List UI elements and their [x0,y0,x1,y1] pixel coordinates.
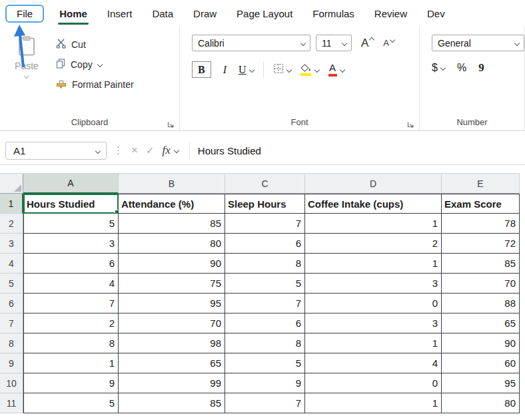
cell-D2[interactable]: 1 [305,214,442,234]
cell-A4[interactable]: 6 [23,254,119,274]
paste-dropdown-chevron-icon[interactable] [24,73,29,79]
tab-data[interactable]: Data [143,5,182,23]
cell-A9[interactable]: 1 [23,353,119,373]
row-header-1[interactable]: 1 [0,194,23,214]
cell-B9[interactable]: 65 [119,353,225,373]
cut-button[interactable]: Cut [56,39,134,51]
cell-E2[interactable]: 78 [442,214,520,234]
font-size-combobox[interactable]: 11 [316,35,352,51]
number-format-combobox[interactable]: General [432,35,524,51]
select-all-corner[interactable] [0,174,23,194]
percent-style-button[interactable]: % [457,62,466,74]
tab-draw[interactable]: Draw [185,5,225,23]
cell-C1[interactable]: Sleep Hours [225,194,305,214]
cell-C6[interactable]: 7 [225,294,305,314]
cell-A3[interactable]: 3 [23,234,119,254]
tab-review[interactable]: Review [366,5,416,23]
cell-E10[interactable]: 95 [442,373,520,393]
clipboard-dialog-launcher[interactable] [167,119,175,127]
cell-D3[interactable]: 2 [305,234,442,254]
cell-B8[interactable]: 98 [119,333,225,353]
cell-E11[interactable]: 80 [442,393,520,413]
cell-E7[interactable]: 65 [442,314,520,333]
cell-D1[interactable]: Coffee Intake (cups) [305,194,442,214]
cell-B10[interactable]: 99 [119,373,225,393]
cell-B5[interactable]: 75 [119,274,225,294]
cell-C9[interactable]: 5 [225,353,305,373]
column-header-B[interactable]: B [119,174,225,194]
paste-button[interactable]: Paste [5,32,48,91]
cell-E4[interactable]: 85 [442,254,520,274]
cell-D10[interactable]: 0 [305,373,442,393]
formula-bar-input[interactable]: Hours Studied [198,145,261,156]
cell-D11[interactable]: 1 [305,393,442,413]
underline-button[interactable]: U [239,64,254,76]
cell-A2[interactable]: 5 [23,214,119,234]
column-header-E[interactable]: E [442,174,520,194]
font-color-button[interactable]: A [328,63,344,77]
cell-A7[interactable]: 2 [23,314,119,333]
cell-E6[interactable]: 88 [442,294,520,314]
cell-B1[interactable]: Attendance (%) [119,194,225,214]
cell-A8[interactable]: 8 [23,333,119,353]
tab-formulas[interactable]: Formulas [304,5,363,23]
cell-E3[interactable]: 72 [442,234,520,254]
fill-color-button[interactable] [300,64,319,76]
tab-insert[interactable]: Insert [99,5,141,23]
format-painter-button[interactable]: Format Painter [56,79,134,91]
italic-button[interactable]: I [221,64,229,76]
copy-button[interactable]: Copy [56,59,134,71]
column-header-D[interactable]: D [305,174,442,194]
tab-page-layout[interactable]: Page Layout [228,5,301,23]
row-header-2[interactable]: 2 [0,214,23,234]
cell-A1[interactable]: Hours Studied [23,194,119,214]
bold-button[interactable]: B [192,61,211,78]
name-box[interactable]: A1 [5,142,107,160]
cancel-icon[interactable]: × [127,144,142,157]
cell-A10[interactable]: 9 [23,373,119,393]
tab-dev[interactable]: Dev [418,5,454,23]
enter-icon[interactable]: ✓ [142,144,159,156]
row-header-6[interactable]: 6 [0,294,23,314]
copy-dropdown-chevron-icon[interactable] [97,62,102,67]
cell-E5[interactable]: 70 [442,274,520,294]
cell-B11[interactable]: 85 [119,393,225,413]
cell-C10[interactable]: 9 [225,373,305,393]
comma-style-icon[interactable]: 9 [478,61,484,75]
row-header-4[interactable]: 4 [0,254,23,274]
cell-B6[interactable]: 95 [119,294,225,314]
decrease-font-size-button[interactable]: A [383,37,394,49]
row-header-3[interactable]: 3 [0,234,23,254]
cell-B7[interactable]: 70 [119,314,225,333]
cell-C3[interactable]: 6 [225,234,305,254]
cell-C8[interactable]: 8 [225,333,305,353]
row-header-10[interactable]: 10 [0,373,23,393]
cell-C7[interactable]: 6 [225,314,305,333]
row-header-5[interactable]: 5 [0,274,23,294]
cell-D6[interactable]: 0 [305,294,442,314]
cell-D4[interactable]: 1 [305,254,442,274]
insert-function-button[interactable]: fx [159,144,183,157]
cell-C4[interactable]: 8 [225,254,305,274]
font-name-combobox[interactable]: Calibri [192,35,310,51]
cell-A5[interactable]: 4 [23,274,119,294]
tab-file[interactable]: File [5,5,44,23]
row-header-11[interactable]: 11 [0,393,23,413]
tab-home[interactable]: Home [51,5,96,23]
cell-D8[interactable]: 1 [305,333,442,353]
cell-E1[interactable]: Exam Score [442,194,520,214]
row-header-9[interactable]: 9 [0,353,23,373]
increase-font-size-button[interactable]: A [361,37,374,49]
row-header-8[interactable]: 8 [0,333,23,353]
column-header-A[interactable]: A [23,174,119,194]
cell-B4[interactable]: 90 [119,254,225,274]
cell-D9[interactable]: 4 [305,353,442,373]
cell-D7[interactable]: 3 [305,314,442,333]
cell-A11[interactable]: 5 [23,393,119,413]
cell-B3[interactable]: 80 [119,234,225,254]
column-header-C[interactable]: C [225,174,305,194]
cell-B2[interactable]: 85 [119,214,225,234]
cell-C11[interactable]: 7 [225,393,305,413]
cell-D5[interactable]: 3 [305,274,442,294]
cell-A6[interactable]: 7 [23,294,119,314]
